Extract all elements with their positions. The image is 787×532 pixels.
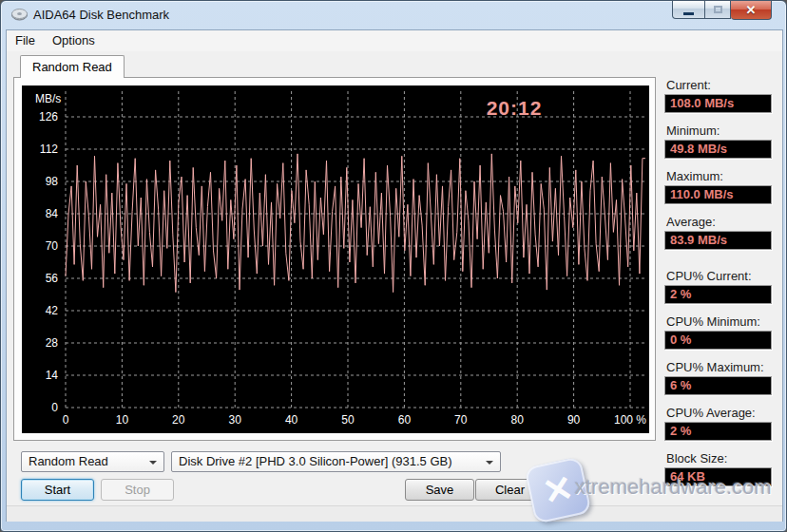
svg-text:112: 112 [40, 142, 58, 156]
stat-label: CPU% Average: [666, 406, 756, 420]
stat-value: 83.9 MB/s [664, 231, 772, 250]
stat-label: Maximum: [666, 169, 723, 183]
svg-text:84: 84 [46, 207, 59, 220]
stat-value: 6 % [664, 376, 772, 395]
minimize-icon [683, 12, 694, 15]
svg-text:100 %: 100 % [614, 413, 646, 427]
clear-button[interactable]: Clear [475, 479, 545, 501]
svg-text:MB/s: MB/s [35, 92, 61, 105]
stat-label: CPU% Minimum: [666, 314, 760, 329]
drive-select[interactable]: Disk Drive #2 [PHD 3.0 Silicon-Power] (9… [171, 451, 501, 472]
svg-text:80: 80 [511, 413, 525, 427]
svg-text:30: 30 [229, 413, 242, 427]
stat-value: 110.0 MB/s [664, 185, 772, 204]
stat-value: 108.0 MB/s [664, 94, 772, 113]
stat-label: Average: [666, 215, 716, 229]
stat-label: Block Size: [666, 451, 727, 466]
chevron-down-icon [149, 461, 157, 465]
svg-text:70: 70 [454, 413, 468, 427]
menu-options[interactable]: Options [44, 30, 104, 50]
menu-file[interactable]: File [7, 30, 44, 50]
benchmark-chart: 0102030405060708090100 %1428425670849811… [22, 86, 649, 433]
window-title: AIDA64 Disk Benchmark [33, 8, 169, 22]
title-bar[interactable]: AIDA64 Disk Benchmark ✕ [1, 1, 786, 29]
svg-text:10: 10 [116, 413, 129, 427]
stat-label: Current: [666, 78, 711, 92]
client-area: FileOptions Random Read 0102030405060708… [6, 29, 783, 522]
drive-select-value: Disk Drive #2 [PHD 3.0 Silicon-Power] (9… [179, 454, 452, 468]
tab-random-read[interactable]: Random Read [20, 55, 125, 78]
stats-panel: Current:108.0 MB/sMinimum:49.8 MB/sMaxim… [664, 30, 778, 515]
stat-value: 64 KB [664, 467, 772, 486]
minimize-button[interactable] [672, 1, 705, 19]
save-button[interactable]: Save [405, 479, 474, 501]
benchmark-chart-svg: 0102030405060708090100 %1428425670849811… [22, 86, 649, 433]
svg-text:70: 70 [46, 239, 59, 253]
close-button[interactable]: ✕ [731, 1, 772, 20]
svg-text:56: 56 [46, 272, 59, 285]
app-window: AIDA64 Disk Benchmark ✕ FileOptions Rand… [0, 0, 787, 532]
bottom-strip [7, 506, 782, 522]
benchmark-type-select[interactable]: Random Read [21, 451, 164, 472]
svg-text:42: 42 [46, 304, 59, 317]
svg-text:40: 40 [285, 413, 298, 427]
svg-text:20: 20 [172, 413, 185, 427]
tab-page: 0102030405060708090100 %1428425670849811… [13, 77, 656, 441]
stat-value: 2 % [664, 285, 772, 304]
stat-value: 2 % [664, 422, 772, 441]
stat-label: CPU% Maximum: [666, 360, 764, 374]
stat-label: Minimum: [666, 124, 720, 138]
stop-button[interactable]: Stop [101, 479, 174, 501]
svg-text:50: 50 [341, 413, 355, 427]
elapsed-time: 20:12 [457, 97, 571, 120]
svg-text:0: 0 [63, 413, 69, 427]
app-disk-icon [11, 9, 28, 21]
chevron-down-icon [486, 461, 493, 465]
stat-label: CPU% Current: [666, 269, 752, 283]
start-button[interactable]: Start [21, 479, 94, 501]
stat-value: 0 % [664, 331, 772, 350]
benchmark-type-value: Random Read [29, 454, 108, 468]
svg-text:0: 0 [51, 401, 58, 414]
svg-text:60: 60 [398, 413, 412, 427]
svg-text:90: 90 [567, 413, 581, 427]
svg-text:126: 126 [39, 110, 58, 124]
close-icon: ✕ [746, 3, 757, 17]
maximize-icon [714, 6, 722, 13]
svg-text:28: 28 [46, 336, 59, 350]
svg-text:98: 98 [46, 175, 59, 188]
svg-text:14: 14 [46, 369, 59, 382]
stat-value: 49.8 MB/s [664, 140, 772, 159]
maximize-button[interactable] [705, 1, 731, 19]
